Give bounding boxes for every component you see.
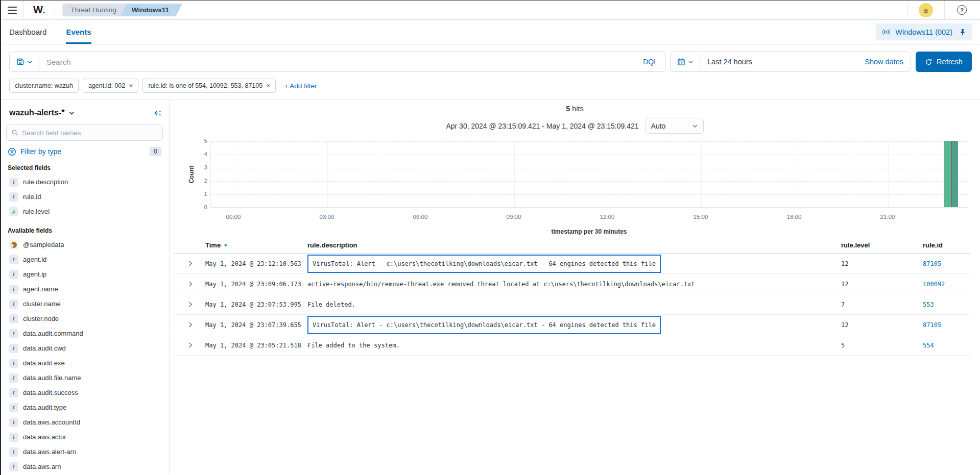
breadcrumb-threat-hunting[interactable]: Threat Hunting <box>62 4 129 16</box>
rule-id-link[interactable]: 553 <box>923 301 934 308</box>
field-data-aws-alert-arn[interactable]: tdata.aws.alert-arn <box>6 444 163 459</box>
remove-filter-icon[interactable]: × <box>129 82 133 89</box>
expand-row-icon[interactable] <box>187 260 194 267</box>
help-icon[interactable]: ? <box>957 5 967 15</box>
field-cluster-name[interactable]: tcluster.name <box>6 296 163 311</box>
string-type-icon: t <box>9 270 18 279</box>
field-data-audit-command[interactable]: tdata.audit.command <box>6 326 163 341</box>
field-data-aws-created-at[interactable]: tdata.aws.created-at <box>6 474 163 474</box>
filter-by-type[interactable]: Filter by type 0 <box>6 147 163 156</box>
sample-type-icon <box>9 240 18 249</box>
field-agent-name[interactable]: tagent.name <box>6 282 163 296</box>
column-rule-id[interactable]: rule.id <box>923 241 970 249</box>
calendar-button[interactable] <box>671 52 700 71</box>
refresh-button[interactable]: Refresh <box>916 52 972 72</box>
plot-area[interactable] <box>210 141 968 208</box>
field-label: data.aws.accountId <box>23 418 80 426</box>
tab-events[interactable]: Events <box>66 20 91 44</box>
collapse-left-icon <box>153 109 162 117</box>
filter-pill-label: agent.id: 002 <box>88 82 125 89</box>
x-tick: 18:00 <box>787 214 802 220</box>
fields-sidebar: wazuh-alerts-* Filter by type 0 <box>1 99 170 474</box>
field-cluster-node[interactable]: tcluster.node <box>6 311 163 326</box>
field-search-input[interactable] <box>22 129 158 137</box>
column-rule-level[interactable]: rule.level <box>841 241 923 249</box>
field-data-aws-actor[interactable]: tdata.aws.actor <box>6 430 163 444</box>
menu-icon[interactable] <box>1 1 23 20</box>
index-pattern-selector[interactable]: wazuh-alerts-* <box>9 108 75 117</box>
event-rule-id: 554 <box>923 342 970 349</box>
saved-queries-button[interactable] <box>10 52 39 71</box>
search-input[interactable] <box>39 58 636 66</box>
field-data-audit-cwd[interactable]: tdata.audit.cwd <box>6 341 163 356</box>
x-tick: 03:00 <box>320 214 334 220</box>
expand-row-icon[interactable] <box>187 301 194 308</box>
add-filter-button[interactable]: + Add filter <box>284 82 317 90</box>
event-description: active-response/bin/remove-threat.exe re… <box>307 281 841 288</box>
query-language-button[interactable]: DQL <box>636 58 665 66</box>
table-row: May 1, 2024 @ 23:05:21.518 File added to… <box>174 335 970 356</box>
search-icon <box>11 129 18 136</box>
field-data-audit-success[interactable]: tdata.audit.success <box>6 385 163 400</box>
rule-id-link[interactable]: 554 <box>923 342 934 349</box>
column-time[interactable]: Time <box>194 241 307 249</box>
tab-dashboard[interactable]: Dashboard <box>9 20 46 44</box>
string-type-icon: t <box>9 329 18 338</box>
string-type-icon: t <box>9 359 18 368</box>
field-agent-ip[interactable]: tagent.ip <box>6 267 163 282</box>
chevron-down-icon <box>68 110 75 116</box>
filter-pills-row: cluster.name: wazuh agent.id: 002 × rule… <box>9 79 972 93</box>
topbar-right: a ? <box>907 1 980 20</box>
field-data-audit-file-name[interactable]: tdata.audit.file.name <box>6 370 163 385</box>
field-data-audit-type[interactable]: tdata.audit.type <box>6 400 163 415</box>
field-sampledata[interactable]: @sampledata <box>6 237 163 252</box>
field-agent-id[interactable]: tagent.id <box>6 252 163 267</box>
table-row: May 1, 2024 @ 23:07:39.655 VirusTotal: A… <box>174 315 970 335</box>
event-rule-level: 5 <box>841 342 923 349</box>
histogram-bar[interactable] <box>944 141 958 207</box>
breadcrumb-windows11[interactable]: Windows11 <box>121 4 182 16</box>
wazuh-logo[interactable]: W. <box>23 1 55 20</box>
available-fields-heading: Available fields <box>8 227 163 234</box>
string-type-icon: t <box>9 285 18 294</box>
filter-pill-agent-id[interactable]: agent.id: 002 × <box>83 79 138 93</box>
remove-filter-icon[interactable]: × <box>266 82 270 89</box>
field-rule-level[interactable]: # rule.level <box>6 204 163 219</box>
index-pattern-name: wazuh-alerts-* <box>9 108 64 117</box>
field-data-aws-accountid[interactable]: tdata.aws.accountId <box>6 415 163 430</box>
rule-id-link[interactable]: 87105 <box>923 260 941 267</box>
expand-row-icon[interactable] <box>187 321 194 328</box>
filter-pill-cluster-name[interactable]: cluster.name: wazuh <box>9 79 79 93</box>
collapse-sidebar-button[interactable] <box>153 109 162 117</box>
field-label: data.aws.alert-arn <box>23 448 76 456</box>
expand-row-icon[interactable] <box>187 281 194 287</box>
avatar[interactable]: a <box>919 3 933 17</box>
filter-pill-rule-id[interactable]: rule.id: is one of 554, 10092, 553, 8710… <box>142 79 276 93</box>
agent-selector-button[interactable]: Windows11 (002) <box>876 23 972 40</box>
rule-id-link[interactable]: 100092 <box>923 281 945 288</box>
event-description: File deleted. <box>307 301 841 308</box>
pin-agent-button[interactable] <box>959 29 966 36</box>
event-time: May 1, 2024 @ 23:07:39.655 <box>194 321 307 329</box>
logo-text: W. <box>33 4 45 16</box>
time-range-value[interactable]: Last 24 hours <box>700 58 857 66</box>
field-data-audit-exe[interactable]: tdata.audit.exe <box>6 356 163 370</box>
rule-id-link[interactable]: 87105 <box>923 321 941 329</box>
field-data-aws-arn[interactable]: tdata.aws.arn <box>6 459 163 474</box>
selected-fields-heading: Selected fields <box>8 164 163 171</box>
field-label: data.audit.type <box>23 404 66 411</box>
agent-selector-label: Windows11 (002) <box>895 28 952 36</box>
field-rule-id[interactable]: t rule.id <box>6 189 163 204</box>
y-tick: 5 <box>190 138 207 144</box>
event-time: May 1, 2024 @ 23:05:21.518 <box>194 342 307 349</box>
string-type-icon: t <box>9 314 18 323</box>
string-type-icon: t <box>9 255 18 264</box>
field-rule-description[interactable]: t rule.description <box>6 174 163 189</box>
field-label: data.audit.file.name <box>23 374 81 382</box>
column-rule-description[interactable]: rule.description <box>307 241 841 249</box>
interval-select[interactable]: Auto <box>646 118 704 134</box>
y-tick: 3 <box>190 164 207 170</box>
show-dates-button[interactable]: Show dates <box>857 58 911 66</box>
expand-row-icon[interactable] <box>187 342 194 348</box>
broadcast-icon <box>882 28 891 36</box>
